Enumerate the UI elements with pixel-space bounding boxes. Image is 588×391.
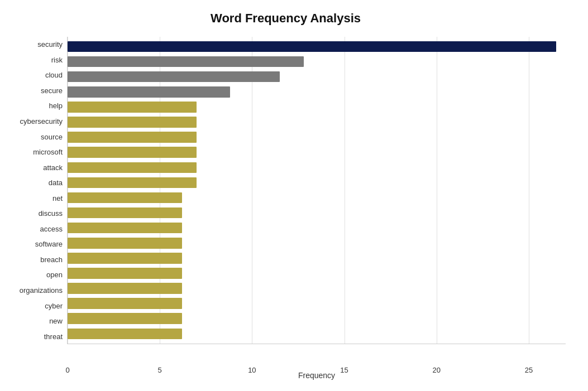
bar-row — [68, 39, 566, 54]
y-label-open: open — [6, 271, 63, 278]
y-label-attack: attack — [6, 164, 63, 171]
bar-threat — [68, 329, 182, 340]
y-label-cyber: cyber — [6, 302, 63, 310]
bar-row — [68, 69, 566, 84]
bar-row — [68, 160, 566, 175]
bar-breach — [68, 253, 182, 264]
y-label-help: help — [6, 102, 63, 109]
bar-row — [68, 296, 566, 311]
bar-data — [68, 177, 197, 189]
bar-source — [68, 132, 197, 143]
bar-row — [68, 54, 566, 69]
bar-row — [68, 266, 566, 281]
bar-cloud — [68, 71, 280, 83]
chart-title: Word Frequency Analysis — [6, 11, 566, 26]
y-label-microsoft: microsoft — [6, 148, 63, 156]
y-label-source: source — [6, 133, 63, 141]
bar-row — [68, 235, 566, 250]
bar-row — [68, 220, 566, 235]
y-label-new: new — [6, 317, 63, 325]
bar-new — [68, 313, 182, 324]
x-axis-title: Frequency — [68, 371, 566, 380]
y-label-security: security — [6, 41, 63, 48]
bar-row — [68, 205, 566, 220]
bar-row — [68, 114, 566, 129]
bar-row — [68, 84, 566, 99]
bar-row — [68, 130, 566, 145]
y-label-organizations: organizations — [6, 287, 63, 294]
bar-row — [68, 145, 566, 160]
y-label-discuss: discuss — [6, 210, 63, 217]
y-label-software: software — [6, 240, 63, 248]
bar-microsoft — [68, 147, 197, 158]
bar-row — [68, 190, 566, 205]
bar-row — [68, 281, 566, 296]
y-label-secure: secure — [6, 87, 63, 94]
bar-net — [68, 192, 182, 204]
bar-access — [68, 223, 182, 234]
bar-row — [68, 311, 566, 326]
bar-risk — [68, 56, 304, 67]
bar-cyber — [68, 298, 182, 309]
y-label-risk: risk — [6, 56, 63, 64]
bar-open — [68, 268, 182, 279]
y-label-breach: breach — [6, 256, 63, 263]
bar-software — [68, 238, 182, 249]
y-label-cybersecurity: cybersecurity — [6, 118, 63, 125]
y-label-access: access — [6, 225, 63, 233]
y-label-cloud: cloud — [6, 71, 63, 79]
bars-wrapper — [68, 37, 566, 344]
bar-row — [68, 326, 566, 341]
bar-row — [68, 99, 566, 114]
bar-attack — [68, 162, 197, 173]
bar-organizations — [68, 283, 182, 294]
bar-discuss — [68, 207, 182, 219]
chart-container: Word Frequency Analysis securityriskclou… — [0, 0, 588, 391]
bar-row — [68, 250, 566, 266]
bar-row — [68, 175, 566, 190]
bar-help — [68, 102, 197, 113]
y-labels: securityriskcloudsecurehelpcybersecurity… — [6, 37, 67, 344]
bar-security — [68, 41, 556, 52]
bars-and-grid: 0510152025 Frequency — [67, 37, 566, 344]
chart-area: securityriskcloudsecurehelpcybersecurity… — [6, 37, 566, 344]
y-label-data: data — [6, 179, 63, 186]
bar-secure — [68, 86, 230, 98]
y-label-threat: threat — [6, 333, 63, 340]
bar-cybersecurity — [68, 117, 197, 128]
y-label-net: net — [6, 195, 63, 202]
